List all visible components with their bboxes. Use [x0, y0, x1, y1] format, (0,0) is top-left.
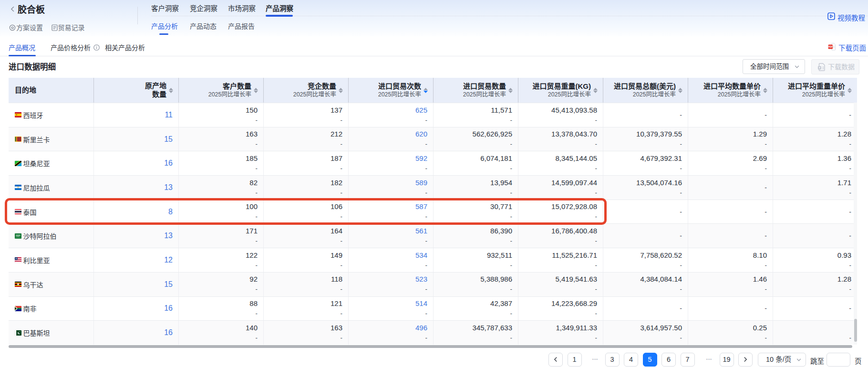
- svg-text:PDF: PDF: [828, 45, 833, 48]
